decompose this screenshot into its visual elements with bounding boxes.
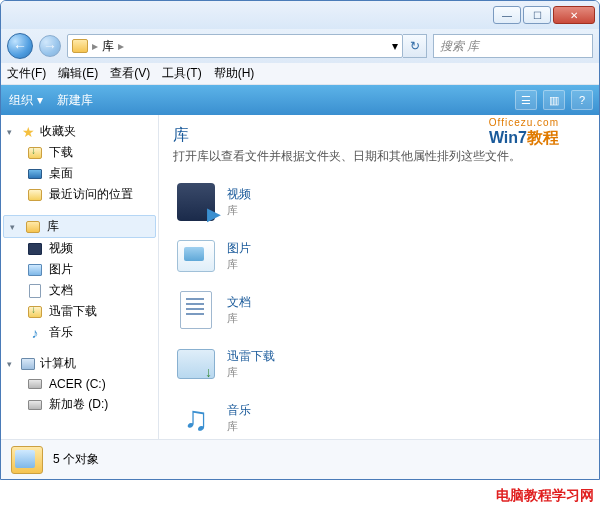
sidebar-item-downloads[interactable]: 下载	[1, 142, 158, 163]
document-icon	[29, 284, 41, 298]
sidebar-libraries-label: 库	[47, 218, 59, 235]
sidebar-computer-group: ▾ 计算机 ACER (C:) 新加卷 (D:)	[1, 353, 158, 415]
music-icon: ♫	[175, 397, 217, 439]
download-icon	[28, 306, 42, 318]
library-item-music[interactable]: ♫ 音乐 库	[173, 391, 585, 439]
sidebar-libraries-header[interactable]: ▾ 库	[3, 215, 156, 238]
sidebar: ▾ ★ 收藏夹 下载 桌面 最近访问的位置	[1, 115, 159, 439]
picture-icon	[177, 240, 215, 272]
desktop-icon	[28, 169, 42, 179]
breadcrumb-root[interactable]: 库	[102, 38, 114, 55]
sidebar-computer-label: 计算机	[40, 355, 76, 372]
address-row: ← → ▸ 库 ▸ ▾ ↻ 搜索 库	[1, 29, 599, 63]
picture-icon	[28, 264, 42, 276]
sidebar-item-xunlei[interactable]: 迅雷下载	[1, 301, 158, 322]
breadcrumb-sep-icon: ▸	[92, 39, 98, 53]
library-icon	[26, 221, 40, 233]
download-icon	[28, 147, 42, 159]
sidebar-favorites-header[interactable]: ▾ ★ 收藏夹	[1, 121, 158, 142]
sidebar-item-documents[interactable]: 文档	[1, 280, 158, 301]
sidebar-favorites-group: ▾ ★ 收藏夹 下载 桌面 最近访问的位置	[1, 121, 158, 205]
video-icon	[28, 243, 42, 255]
sidebar-item-pictures[interactable]: 图片	[1, 259, 158, 280]
page-description: 打开库以查看文件并根据文件夹、日期和其他属性排列这些文件。	[173, 148, 585, 165]
sidebar-item-desktop[interactable]: 桌面	[1, 163, 158, 184]
sidebar-item-recent[interactable]: 最近访问的位置	[1, 184, 158, 205]
breadcrumb-sep-icon: ▸	[118, 39, 124, 53]
computer-icon	[21, 358, 35, 370]
close-button[interactable]: ✕	[553, 6, 595, 24]
drive-icon	[28, 379, 42, 389]
star-icon: ★	[20, 124, 36, 140]
menu-tools[interactable]: 工具(T)	[162, 65, 201, 82]
drive-icon	[28, 400, 42, 410]
music-icon: ♪	[27, 325, 43, 341]
view-mode-button[interactable]: ☰	[515, 90, 537, 110]
library-item-pictures[interactable]: 图片 库	[173, 229, 585, 283]
video-icon	[177, 183, 215, 221]
folder-icon	[72, 39, 88, 53]
help-button[interactable]: ?	[571, 90, 593, 110]
address-bar[interactable]: ▸ 库 ▸ ▾	[67, 34, 403, 58]
search-input[interactable]: 搜索 库	[433, 34, 593, 58]
library-item-xunlei[interactable]: 迅雷下载 库	[173, 337, 585, 391]
sidebar-item-drive-c[interactable]: ACER (C:)	[1, 374, 158, 394]
toolbar: 组织 ▾ 新建库 ☰ ▥ ?	[1, 85, 599, 115]
twisty-icon: ▾	[7, 359, 16, 369]
organize-button[interactable]: 组织 ▾	[9, 92, 43, 109]
minimize-button[interactable]: —	[493, 6, 521, 24]
status-count: 5 个对象	[53, 451, 99, 468]
titlebar: — ☐ ✕	[1, 1, 599, 29]
menu-file[interactable]: 文件(F)	[7, 65, 46, 82]
address-dropdown-icon[interactable]: ▾	[392, 39, 398, 53]
library-folder-icon	[11, 446, 43, 474]
chevron-down-icon: ▾	[37, 93, 43, 107]
refresh-button[interactable]: ↻	[403, 34, 427, 58]
library-item-videos[interactable]: 视频 库	[173, 175, 585, 229]
sidebar-item-drive-d[interactable]: 新加卷 (D:)	[1, 394, 158, 415]
forward-button[interactable]: →	[39, 35, 61, 57]
menu-help[interactable]: 帮助(H)	[214, 65, 255, 82]
explorer-window: — ☐ ✕ ← → ▸ 库 ▸ ▾ ↻ 搜索 库 文件(F) 编辑(E) 查看(…	[0, 0, 600, 480]
back-button[interactable]: ←	[7, 33, 33, 59]
sidebar-libraries-group: ▾ 库 视频 图片 文档 迅雷下载	[1, 215, 158, 343]
recent-icon	[28, 189, 42, 201]
download-icon	[177, 349, 215, 379]
twisty-icon: ▾	[10, 222, 19, 232]
twisty-icon: ▾	[7, 127, 16, 137]
menu-bar: 文件(F) 编辑(E) 查看(V) 工具(T) 帮助(H)	[1, 63, 599, 85]
menu-edit[interactable]: 编辑(E)	[58, 65, 98, 82]
status-bar: 5 个对象	[1, 439, 599, 479]
sidebar-item-music[interactable]: ♪ 音乐	[1, 322, 158, 343]
content-pane[interactable]: 办公族 Officezu.com Win7教程 库 打开库以查看文件并根据文件夹…	[159, 115, 599, 439]
library-item-documents[interactable]: 文档 库	[173, 283, 585, 337]
search-placeholder: 搜索 库	[440, 38, 479, 55]
new-library-button[interactable]: 新建库	[57, 92, 93, 109]
sidebar-item-videos[interactable]: 视频	[1, 238, 158, 259]
maximize-button[interactable]: ☐	[523, 6, 551, 24]
menu-view[interactable]: 查看(V)	[110, 65, 150, 82]
sidebar-computer-header[interactable]: ▾ 计算机	[1, 353, 158, 374]
page-title: 库	[173, 125, 585, 146]
preview-pane-button[interactable]: ▥	[543, 90, 565, 110]
sidebar-favorites-label: 收藏夹	[40, 123, 76, 140]
body: ▾ ★ 收藏夹 下载 桌面 最近访问的位置	[1, 115, 599, 439]
document-icon	[180, 291, 212, 329]
